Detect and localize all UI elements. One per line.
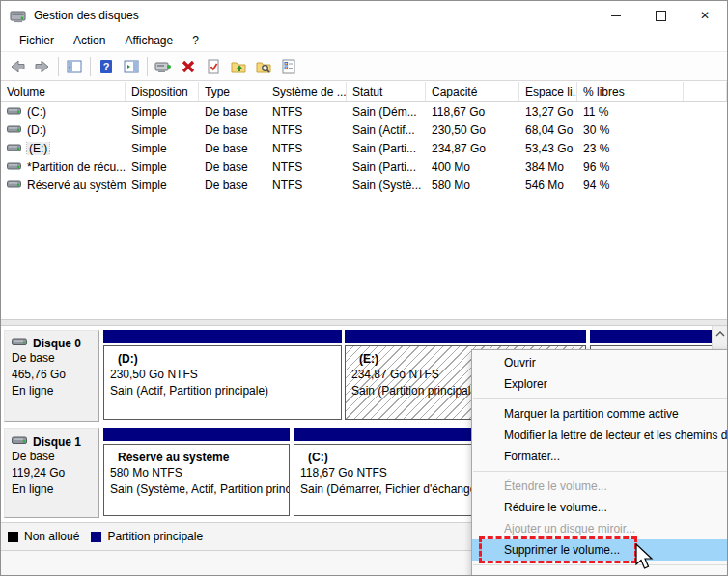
title-bar: Gestion des disques ✕	[1, 1, 727, 30]
cell-capacite: 230,50 Go	[426, 123, 519, 137]
column-header[interactable]: Statut	[347, 82, 426, 101]
task-list-icon[interactable]	[276, 55, 301, 78]
column-header[interactable]: Espace li...	[519, 82, 577, 101]
volume-cell[interactable]: Réservé au système	[1, 178, 126, 192]
partition-Réservéausystème[interactable]: Réservé au système580 Mo NTFSSain (Systè…	[103, 428, 290, 516]
context-menu-item-ouvrir[interactable]: Ouvrir	[472, 352, 728, 373]
volume-cell[interactable]: (C:)	[1, 105, 126, 119]
column-header[interactable]: Type	[199, 82, 266, 101]
back-icon[interactable]	[5, 55, 30, 78]
partition-body[interactable]: (D:)230,50 Go NTFSSain (Actif, Partition…	[103, 345, 342, 420]
context-menu-item-modifier-la-lettre-de-lecteur-et-les-chemins-d-a[interactable]: Modifier la lettre de lecteur et les che…	[472, 425, 728, 446]
disk-label-0[interactable]: Disque 0De base465,76 GoEn ligne	[4, 330, 99, 422]
folder-search-icon[interactable]	[251, 55, 276, 78]
disk-management-window: Gestion des disques ✕ FichierActionAffic…	[0, 0, 728, 576]
volume-name: *Partition de récu...	[27, 160, 126, 174]
delete-icon[interactable]	[176, 55, 201, 78]
table-row[interactable]: (C:)SimpleDe baseNTFSSain (Dém...118,67 …	[1, 102, 727, 121]
disk-meta: En ligne	[12, 383, 98, 399]
cell-espace_libre: 68,04 Go	[519, 123, 577, 137]
volume-disk-icon	[7, 106, 21, 117]
cell-statut: Sain (Parti...	[347, 160, 426, 174]
table-row[interactable]: *Partition de récu...SimpleDe baseNTFSSa…	[1, 157, 727, 176]
disk-name: Disque 1	[12, 435, 98, 449]
context-menu-item-supprimer-le-volume[interactable]: Supprimer le volume...	[472, 539, 728, 561]
panel-splitter[interactable]	[1, 319, 727, 326]
partition-D[interactable]: (D:)230,50 Go NTFSSain (Actif, Partition…	[103, 330, 342, 420]
maximize-button[interactable]	[638, 1, 683, 30]
context-menu-item-marquer-la-partition-comme-active[interactable]: Marquer la partition comme active	[472, 403, 728, 425]
column-header[interactable]: Volume	[1, 82, 126, 101]
cell-type: De base	[199, 123, 266, 137]
partition-type-strip	[345, 330, 586, 343]
disk-label-1[interactable]: Disque 1De base119,24 GoEn ligne	[4, 428, 99, 518]
cell-capacite: 400 Mo	[426, 160, 519, 174]
toolbar-separator	[90, 57, 91, 76]
volume-cell[interactable]: (E:)	[1, 142, 126, 155]
cell-capacite: 580 Mo	[426, 178, 519, 192]
action-pane-icon[interactable]	[119, 55, 144, 78]
column-header[interactable]: Disposition	[126, 82, 199, 101]
table-row[interactable]: (E:)SimpleDe baseNTFSSain (Parti...234,8…	[1, 139, 727, 157]
column-header[interactable]: % libres	[577, 82, 684, 101]
context-menu-item-propri-t-s[interactable]: Propriétés	[472, 569, 728, 576]
disk-meta: De base	[12, 449, 98, 465]
partition-body[interactable]: Réservé au système580 Mo NTFSSain (Systè…	[103, 444, 290, 516]
forward-icon[interactable]	[30, 55, 55, 78]
cell-type: De base	[199, 160, 266, 174]
partition-type-strip	[103, 428, 290, 441]
context-menu-item-explorer[interactable]: Explorer	[472, 373, 728, 395]
toolbar: ?	[1, 51, 727, 81]
folder-up-icon[interactable]	[226, 55, 251, 78]
cell-type: De base	[199, 178, 266, 192]
svg-text:?: ?	[103, 61, 110, 72]
menu-affichage[interactable]: Affichage	[116, 31, 182, 50]
disk-meta: De base	[12, 350, 98, 367]
volume-disk-icon	[7, 179, 21, 190]
cell-espace_libre: 384 Mo	[519, 160, 577, 174]
disk-icon	[12, 435, 27, 449]
close-button[interactable]: ✕	[683, 1, 727, 30]
context-menu-item-r-duire-le-volume[interactable]: Réduire le volume...	[472, 497, 728, 518]
legend-chip	[91, 532, 101, 542]
mouse-cursor	[634, 543, 658, 575]
volume-cell[interactable]: *Partition de récu...	[1, 160, 126, 174]
table-row[interactable]: (D:)SimpleDe baseNTFSSain (Actif...230,5…	[1, 121, 727, 139]
volume-name: (D:)	[27, 123, 46, 137]
menu-action[interactable]: Action	[65, 31, 114, 50]
menu-fichier[interactable]: Fichier	[11, 31, 63, 50]
column-header[interactable]: Système de ...	[266, 82, 347, 101]
partition-label: Réservé au système	[110, 450, 287, 465]
toolbar-separator	[147, 57, 148, 76]
volume-name: (C:)	[27, 105, 46, 119]
cell-capacite: 118,67 Go	[426, 105, 519, 119]
cell-type: De base	[199, 105, 266, 119]
help-icon[interactable]: ?	[94, 55, 119, 78]
disk-manager-icon[interactable]	[151, 55, 176, 78]
volume-cell[interactable]: (D:)	[1, 123, 126, 137]
cell-disposition: Simple	[126, 105, 199, 119]
cell-statut: Sain (Systè...	[347, 178, 426, 192]
disk-icon	[12, 337, 27, 350]
menu-?[interactable]: ?	[183, 31, 208, 50]
disk-name-text: Disque 1	[33, 435, 81, 449]
cell-filesystem: NTFS	[266, 142, 347, 155]
check-document-icon[interactable]	[201, 55, 226, 78]
minimize-button[interactable]	[594, 1, 638, 30]
cell-statut: Sain (Parti...	[347, 142, 426, 155]
volume-disk-icon	[7, 143, 21, 153]
context-menu-item-formater[interactable]: Formater...	[472, 446, 728, 467]
volume-table-header: VolumeDispositionTypeSystème de ...Statu…	[1, 82, 727, 102]
column-header-filler	[684, 82, 727, 101]
partition-status: Sain (Actif, Partition principale)	[110, 383, 339, 399]
volume-name: (E:)	[27, 142, 49, 155]
table-row[interactable]: Réservé au systèmeSimpleDe baseNTFSSain …	[1, 176, 727, 194]
scroll-up-icon[interactable]	[713, 326, 727, 342]
disk-meta: 465,76 Go	[12, 367, 98, 383]
menu-separator	[473, 564, 728, 565]
partition-type-strip	[590, 330, 713, 343]
console-tree-icon[interactable]	[62, 55, 87, 78]
disk-name-text: Disque 0	[33, 337, 81, 350]
legend-item: Non alloué	[8, 530, 79, 543]
column-header[interactable]: Capacité	[426, 82, 519, 101]
